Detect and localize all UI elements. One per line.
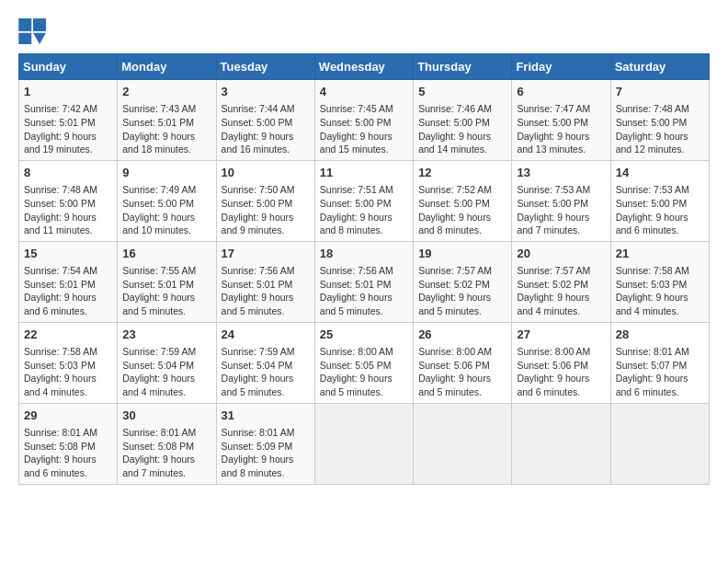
- day-number: 6: [517, 84, 605, 100]
- sunset-label: Sunset: 5:01 PM: [122, 279, 194, 290]
- sunrise-label: Sunrise: 7:55 AM: [122, 265, 196, 276]
- daylight-label: Daylight: 9 hours and 10 minutes.: [122, 212, 195, 236]
- day-of-week-header: Saturday: [610, 54, 709, 80]
- sunset-label: Sunset: 5:00 PM: [222, 198, 293, 209]
- page-header: [18, 18, 710, 44]
- sunrise-label: Sunrise: 7:48 AM: [616, 103, 689, 114]
- calendar-day-cell: 4 Sunrise: 7:45 AM Sunset: 5:00 PM Dayli…: [314, 80, 413, 161]
- sunrise-label: Sunrise: 8:01 AM: [222, 427, 295, 438]
- sunrise-label: Sunrise: 7:58 AM: [616, 265, 689, 276]
- day-number: 16: [122, 246, 210, 262]
- calendar-day-cell: 29 Sunrise: 8:01 AM Sunset: 5:08 PM Dayl…: [19, 403, 118, 484]
- calendar-day-cell: 17 Sunrise: 7:56 AM Sunset: 5:01 PM Dayl…: [216, 241, 314, 322]
- sunrise-label: Sunrise: 7:53 AM: [517, 184, 590, 195]
- day-number: 10: [222, 165, 310, 181]
- sunset-label: Sunset: 5:07 PM: [616, 360, 688, 371]
- daylight-label: Daylight: 9 hours and 13 minutes.: [517, 131, 589, 155]
- day-number: 5: [418, 84, 506, 100]
- sunset-label: Sunset: 5:00 PM: [24, 198, 96, 209]
- day-number: 21: [616, 246, 704, 262]
- sunrise-label: Sunrise: 7:53 AM: [616, 184, 689, 195]
- daylight-label: Daylight: 9 hours and 5 minutes.: [122, 292, 195, 316]
- svg-rect-2: [18, 33, 31, 44]
- daylight-label: Daylight: 9 hours and 6 minutes.: [616, 212, 688, 236]
- daylight-label: Daylight: 9 hours and 5 minutes.: [418, 292, 491, 316]
- calendar-day-cell: 7 Sunrise: 7:48 AM Sunset: 5:00 PM Dayli…: [610, 80, 709, 161]
- daylight-label: Daylight: 9 hours and 7 minutes.: [122, 454, 195, 478]
- sunrise-label: Sunrise: 7:54 AM: [24, 265, 97, 276]
- daylight-label: Daylight: 9 hours and 6 minutes.: [24, 454, 97, 478]
- day-number: 22: [24, 327, 112, 343]
- sunset-label: Sunset: 5:08 PM: [24, 441, 96, 452]
- calendar-day-cell: 28 Sunrise: 8:01 AM Sunset: 5:07 PM Dayl…: [610, 322, 709, 403]
- calendar-table: SundayMondayTuesdayWednesdayThursdayFrid…: [18, 53, 710, 485]
- calendar-day-cell: [512, 403, 610, 484]
- sunset-label: Sunset: 5:01 PM: [222, 279, 293, 290]
- svg-rect-1: [33, 18, 46, 31]
- sunrise-label: Sunrise: 7:43 AM: [122, 103, 196, 114]
- day-number: 4: [320, 84, 408, 100]
- daylight-label: Daylight: 9 hours and 5 minutes.: [320, 292, 392, 316]
- day-of-week-header: Thursday: [414, 54, 512, 80]
- sunrise-label: Sunrise: 7:59 AM: [122, 346, 196, 357]
- calendar-day-cell: 24 Sunrise: 7:59 AM Sunset: 5:04 PM Dayl…: [216, 322, 314, 403]
- day-number: 12: [418, 165, 506, 181]
- sunrise-label: Sunrise: 7:42 AM: [24, 103, 97, 114]
- sunset-label: Sunset: 5:01 PM: [320, 279, 392, 290]
- sunset-label: Sunset: 5:00 PM: [418, 198, 490, 209]
- daylight-label: Daylight: 9 hours and 19 minutes.: [24, 131, 97, 155]
- daylight-label: Daylight: 9 hours and 6 minutes.: [517, 373, 589, 397]
- calendar-day-cell: 13 Sunrise: 7:53 AM Sunset: 5:00 PM Dayl…: [512, 160, 610, 241]
- day-number: 14: [616, 165, 704, 181]
- day-number: 9: [122, 165, 210, 181]
- sunrise-label: Sunrise: 7:46 AM: [418, 103, 492, 114]
- sunset-label: Sunset: 5:00 PM: [122, 198, 194, 209]
- sunset-label: Sunset: 5:06 PM: [418, 360, 490, 371]
- day-number: 19: [418, 246, 506, 262]
- sunrise-label: Sunrise: 7:48 AM: [24, 184, 97, 195]
- calendar-day-cell: 27 Sunrise: 8:00 AM Sunset: 5:06 PM Dayl…: [512, 322, 610, 403]
- sunrise-label: Sunrise: 7:47 AM: [517, 103, 590, 114]
- day-number: 7: [616, 84, 704, 100]
- calendar-day-cell: 11 Sunrise: 7:51 AM Sunset: 5:00 PM Dayl…: [314, 160, 413, 241]
- sunset-label: Sunset: 5:01 PM: [122, 117, 194, 128]
- day-number: 18: [320, 246, 408, 262]
- calendar-day-cell: 15 Sunrise: 7:54 AM Sunset: 5:01 PM Dayl…: [19, 241, 118, 322]
- calendar-day-cell: 22 Sunrise: 7:58 AM Sunset: 5:03 PM Dayl…: [19, 322, 118, 403]
- daylight-label: Daylight: 9 hours and 15 minutes.: [320, 131, 392, 155]
- daylight-label: Daylight: 9 hours and 8 minutes.: [320, 212, 392, 236]
- calendar-day-cell: [414, 403, 512, 484]
- calendar-day-cell: 5 Sunrise: 7:46 AM Sunset: 5:00 PM Dayli…: [414, 80, 512, 161]
- calendar-day-cell: 19 Sunrise: 7:57 AM Sunset: 5:02 PM Dayl…: [414, 241, 512, 322]
- day-number: 1: [24, 84, 112, 100]
- daylight-label: Daylight: 9 hours and 5 minutes.: [320, 373, 392, 397]
- sunrise-label: Sunrise: 8:00 AM: [320, 346, 393, 357]
- calendar-day-cell: 31 Sunrise: 8:01 AM Sunset: 5:09 PM Dayl…: [216, 403, 314, 484]
- day-number: 28: [616, 327, 704, 343]
- sunset-label: Sunset: 5:00 PM: [616, 117, 688, 128]
- calendar-day-cell: 14 Sunrise: 7:53 AM Sunset: 5:00 PM Dayl…: [610, 160, 709, 241]
- daylight-label: Daylight: 9 hours and 8 minutes.: [418, 212, 491, 236]
- calendar-day-cell: 6 Sunrise: 7:47 AM Sunset: 5:00 PM Dayli…: [512, 80, 610, 161]
- sunset-label: Sunset: 5:00 PM: [320, 117, 392, 128]
- calendar-week-row: 15 Sunrise: 7:54 AM Sunset: 5:01 PM Dayl…: [19, 241, 710, 322]
- sunrise-label: Sunrise: 7:57 AM: [418, 265, 492, 276]
- day-of-week-header: Tuesday: [216, 54, 314, 80]
- sunrise-label: Sunrise: 7:59 AM: [222, 346, 295, 357]
- sunrise-label: Sunrise: 8:01 AM: [24, 427, 97, 438]
- daylight-label: Daylight: 9 hours and 4 minutes.: [122, 373, 195, 397]
- sunset-label: Sunset: 5:03 PM: [24, 360, 96, 371]
- calendar-day-cell: 9 Sunrise: 7:49 AM Sunset: 5:00 PM Dayli…: [118, 160, 216, 241]
- day-number: 8: [24, 165, 112, 181]
- daylight-label: Daylight: 9 hours and 4 minutes.: [24, 373, 97, 397]
- sunrise-label: Sunrise: 7:56 AM: [222, 265, 295, 276]
- day-number: 2: [122, 84, 210, 100]
- calendar-day-cell: [610, 403, 709, 484]
- sunrise-label: Sunrise: 8:00 AM: [517, 346, 590, 357]
- svg-marker-3: [33, 33, 46, 44]
- svg-rect-0: [18, 18, 31, 31]
- sunset-label: Sunset: 5:01 PM: [24, 279, 96, 290]
- day-number: 25: [320, 327, 408, 343]
- sunset-label: Sunset: 5:00 PM: [517, 117, 588, 128]
- sunset-label: Sunset: 5:05 PM: [320, 360, 392, 371]
